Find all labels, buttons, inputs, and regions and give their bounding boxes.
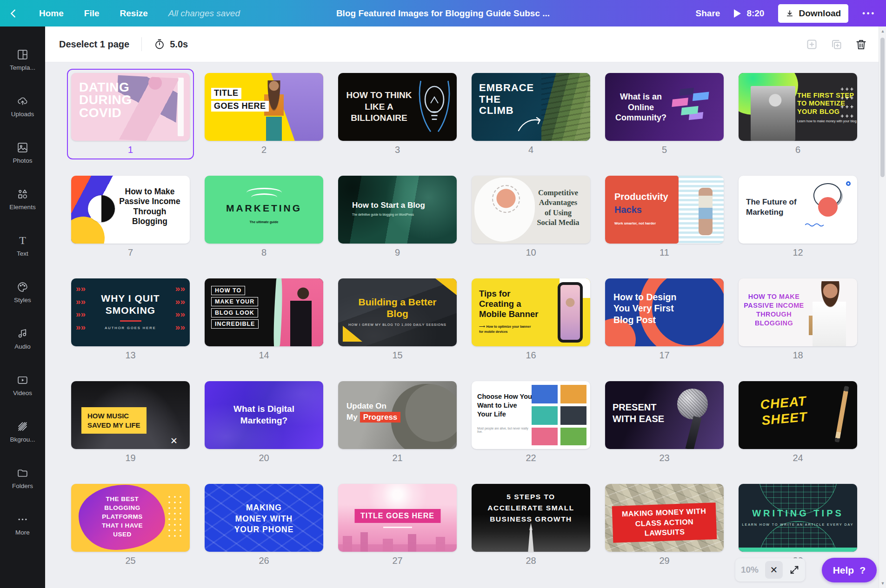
page-number: 25 [71, 555, 190, 566]
page-10-thumbnail[interactable]: Competitive Advantages of Using Social M… [472, 176, 590, 244]
pages-grid-area: DATING DURING COVID 1 TITLE GOES HERE 2 … [45, 62, 886, 588]
page-23-thumbnail[interactable]: PRESENT WITH EASE [605, 381, 724, 449]
sidebar-item-audio[interactable]: Audio [0, 316, 45, 362]
sidebar-label: More [15, 529, 30, 536]
page-24-thumbnail[interactable]: CHEAT SHEET [739, 381, 857, 449]
vertical-scrollbar[interactable]: ▲ ▼ [879, 26, 886, 588]
page-cell-19: HOW MUSIC SAVED MY LIFE 19 [71, 381, 190, 463]
duplicate-page-icon[interactable] [830, 38, 843, 51]
fullscreen-icon[interactable] [789, 565, 799, 575]
page-number: 10 [472, 247, 590, 258]
scrollbar-thumb[interactable] [880, 38, 885, 177]
sidebar-item-folders[interactable]: Folders [0, 455, 45, 502]
present-button[interactable]: 8:20 [734, 8, 764, 19]
page-22-thumbnail[interactable]: Choose How You Want to Live Your Life Mo… [472, 381, 590, 449]
sidebar-item-text[interactable]: T Text [0, 223, 45, 269]
page-15-thumbnail[interactable]: Building a Better Blog HOW I GREW MY BLO… [338, 278, 457, 346]
page-17-thumbnail[interactable]: How to Design You Very First Blog Post [605, 278, 724, 346]
page-13-thumbnail[interactable]: WHY I QUIT SMOKING AUTHOR GOES HERE [71, 278, 190, 346]
curved-arrow-icon [517, 116, 544, 133]
elements-shapes-icon [17, 188, 28, 200]
page-11-thumbnail[interactable]: Productivity Hacks Work smarter, not har… [605, 176, 724, 244]
sidebar-item-styles[interactable]: Styles [0, 269, 45, 316]
zoom-level[interactable]: 10% [741, 565, 759, 575]
page-title: MAKING MONEY WITH CLASS ACTION LAWSUITS [612, 502, 717, 543]
add-page-icon[interactable] [806, 38, 818, 51]
page-title: CHEAT SHEET [759, 393, 808, 429]
page-2-thumbnail[interactable]: TITLE GOES HERE [205, 73, 323, 141]
styles-palette-icon [17, 281, 28, 293]
page-toolbar: Deselect 1 page 5.0s [45, 26, 886, 62]
download-button[interactable]: Download [778, 4, 848, 23]
page-number: 13 [71, 350, 190, 361]
home-button[interactable]: Home [39, 8, 64, 19]
page-20-thumbnail[interactable]: What is Digital Marketing? [205, 381, 323, 449]
sidebar-item-elements[interactable]: Elements [0, 176, 45, 223]
sidebar-item-uploads[interactable]: Uploads [0, 83, 45, 130]
videos-icon [17, 374, 28, 386]
sidebar-item-more[interactable]: More [0, 502, 45, 548]
page-number: 6 [739, 145, 857, 155]
scroll-up-icon[interactable]: ▲ [879, 26, 886, 36]
page-title-line: Productivity [614, 192, 668, 202]
title-highlight: Progress [360, 412, 401, 423]
page-4-thumbnail[interactable]: EMBRACE THE CLIMB [472, 73, 590, 141]
sidebar-item-templates[interactable]: Templa... [0, 37, 45, 83]
page-title: The Future of Marketing [746, 197, 797, 218]
more-options-icon[interactable]: ••• [862, 9, 876, 18]
page-cell-16: Tips for Creating a Mobile Banner How to… [472, 278, 590, 361]
scroll-down-icon[interactable]: ▼ [879, 579, 886, 588]
page-5-thumbnail[interactable]: What is an Online Community? [605, 73, 724, 141]
sidebar-item-backgrounds[interactable]: Bkgrou... [0, 409, 45, 455]
resize-button[interactable]: Resize [120, 8, 148, 19]
page-12-thumbnail[interactable]: The Future of Marketing [739, 176, 857, 244]
help-button[interactable]: Help ? [822, 558, 877, 582]
page-1-thumbnail[interactable]: DATING DURING COVID [71, 73, 190, 141]
page-number: 24 [739, 453, 857, 463]
page-cell-18: HOW TO MAKE PASSIVE INCOME THROUGH BLOGG… [739, 278, 857, 361]
phone-mockup [558, 282, 583, 343]
page-number: 14 [205, 350, 323, 361]
page-3-thumbnail[interactable]: HOW TO THINK LIKE A BILLIONAIRE [338, 73, 457, 141]
page-cell-3: HOW TO THINK LIKE A BILLIONAIRE 3 [338, 73, 457, 155]
page-title: 5 STEPS TO ACCELERATE SMALL BUSINESS GRO… [472, 491, 590, 525]
delete-page-icon[interactable] [855, 38, 867, 51]
sidebar-item-videos[interactable]: Videos [0, 362, 45, 409]
page-title: MAKING MONEY WITH YOUR PHONE [205, 502, 323, 535]
sidebar-item-photos[interactable]: Photos [0, 130, 45, 176]
share-button[interactable]: Share [696, 8, 720, 19]
page-19-thumbnail[interactable]: HOW MUSIC SAVED MY LIFE [71, 381, 190, 449]
page-6-thumbnail[interactable]: THE FIRST STEP TO MONETIZE YOUR BLOG Lea… [739, 73, 857, 141]
page-30-thumbnail[interactable]: WRITING TIPS LEARN HOW TO WRITE AN ARTIC… [739, 484, 857, 552]
sidebar-label: Elements [9, 204, 35, 211]
document-title[interactable]: Blog Featured Images for Blogging Guide … [336, 8, 550, 19]
photo-collage [532, 385, 586, 445]
page-number: 9 [338, 247, 457, 258]
page-9-thumbnail[interactable]: How to Start a Blog The definitive guide… [338, 176, 457, 244]
sidebar-label: Videos [13, 390, 32, 396]
page-18-thumbnail[interactable]: HOW TO MAKE PASSIVE INCOME THROUGH BLOGG… [739, 278, 857, 346]
page-duration-button[interactable]: 5.0s [154, 39, 188, 50]
page-26-thumbnail[interactable]: MAKING MONEY WITH YOUR PHONE [205, 484, 323, 552]
back-chevron-icon[interactable] [8, 8, 19, 19]
page-14-thumbnail[interactable]: HOW TO MAKE YOUR BLOG LOOK INCREDIBLE [205, 278, 323, 346]
page-16-thumbnail[interactable]: Tips for Creating a Mobile Banner How to… [472, 278, 590, 346]
page-21-thumbnail[interactable]: Update On MyProgress [338, 381, 457, 449]
save-status: All changes saved [168, 8, 240, 19]
sidebar-label: Bkgrou... [10, 436, 35, 443]
page-cell-21: Update On MyProgress 21 [338, 381, 457, 463]
deselect-pages-button[interactable]: Deselect 1 page [59, 39, 129, 50]
zoom-controls: 10% ✕ [735, 558, 805, 581]
page-title: Building a Better Blog [338, 296, 457, 319]
page-29-thumbnail[interactable]: MAKING MONEY WITH CLASS ACTION LAWSUITS [605, 484, 724, 552]
close-grid-view-button[interactable]: ✕ [765, 561, 783, 579]
page-8-thumbnail[interactable]: MARKETING The ultimate guide [205, 176, 323, 244]
sidebar-label: Photos [13, 157, 32, 164]
page-7-thumbnail[interactable]: How to Make Passive Income Through Blogg… [71, 176, 190, 244]
page-28-thumbnail[interactable]: 5 STEPS TO ACCELERATE SMALL BUSINESS GRO… [472, 484, 590, 552]
page-27-thumbnail[interactable]: TITLE GOES HERE [338, 484, 457, 552]
page-cell-26: MAKING MONEY WITH YOUR PHONE 26 [205, 484, 323, 566]
file-menu[interactable]: File [84, 8, 100, 19]
page-title-line: HOW TO [211, 286, 245, 295]
page-25-thumbnail[interactable]: THE BEST BLOGGING PLATFORMS THAT I HAVE … [71, 484, 190, 552]
